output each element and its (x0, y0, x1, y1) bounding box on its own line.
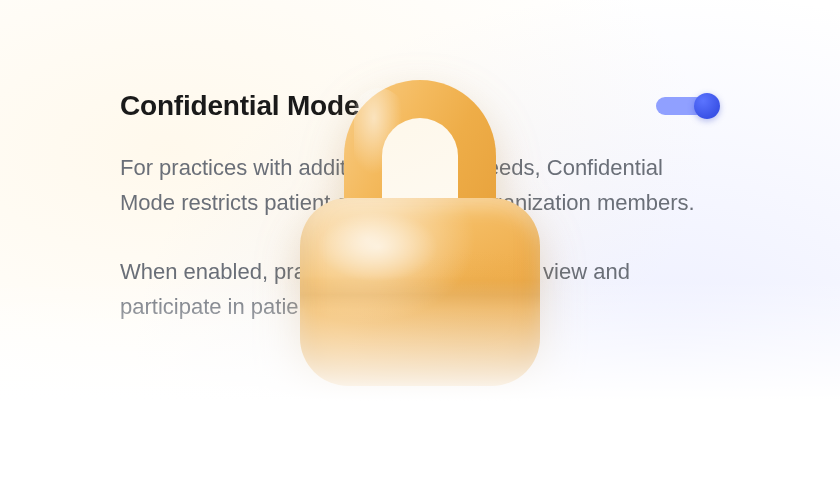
toggle-knob (694, 93, 720, 119)
setting-title: Confidential Mode (120, 90, 359, 122)
setting-description-2: When enabled, practice members can only … (120, 254, 720, 324)
settings-preview-card: Confidential Mode For practices with add… (0, 0, 840, 500)
setting-header: Confidential Mode (120, 90, 720, 122)
setting-description-1: For practices with additional privacy ne… (120, 150, 720, 220)
confidential-mode-toggle[interactable] (656, 93, 720, 119)
confidential-mode-setting: Confidential Mode For practices with add… (120, 90, 720, 324)
